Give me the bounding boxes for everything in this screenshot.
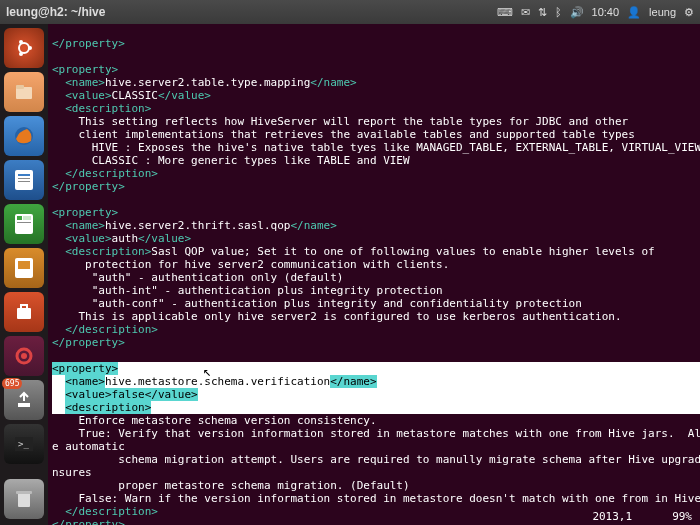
xml-text-selected: hive.metastore.schema.verification — [105, 375, 330, 388]
svg-rect-12 — [17, 216, 22, 220]
svg-rect-5 — [16, 85, 24, 89]
terminal-content[interactable]: </property> <property> <name>hive.server… — [48, 24, 700, 525]
xml-tag: </property> — [52, 336, 125, 349]
xml-text: e automatic — [52, 440, 125, 453]
unity-launcher: >_ — [0, 24, 48, 525]
xml-tag: </name> — [290, 219, 336, 232]
xml-tag: </property> — [52, 180, 125, 193]
impress-icon[interactable] — [4, 248, 44, 288]
xml-text: auth — [112, 232, 139, 245]
keyboard-icon[interactable]: ⌨ — [497, 6, 513, 19]
xml-tag: <name> — [65, 76, 105, 89]
xml-text: CLASSIC : More generic types like TABLE … — [52, 154, 410, 167]
svg-rect-13 — [23, 216, 31, 220]
bluetooth-icon[interactable]: ᛒ — [555, 6, 562, 18]
xml-text: "auth-conf" - authentication plus integr… — [52, 297, 582, 310]
xml-text: CLASSIC — [112, 89, 158, 102]
update-manager-icon[interactable] — [4, 380, 44, 420]
svg-rect-17 — [17, 308, 31, 319]
svg-rect-23 — [18, 493, 30, 507]
mail-icon[interactable]: ✉ — [521, 6, 530, 19]
writer-icon[interactable] — [4, 160, 44, 200]
xml-tag-selected: <name> — [65, 375, 105, 388]
xml-tag: <description> — [65, 245, 151, 258]
indicator-area: ⌨ ✉ ⇅ ᛒ 🔊 10:40 👤 leung ⚙ — [497, 6, 694, 19]
xml-tag: <property> — [52, 206, 118, 219]
volume-icon[interactable]: 🔊 — [570, 6, 584, 19]
xml-text: hive.server2.table.type.mapping — [105, 76, 310, 89]
svg-point-2 — [19, 40, 23, 44]
xml-text: nsures — [52, 466, 92, 479]
calc-icon[interactable] — [4, 204, 44, 244]
vim-status-line: 2013,1 99% — [48, 510, 700, 523]
xml-text: This is applicable only hive server2 is … — [52, 310, 622, 323]
xml-tag-selected: <property> — [52, 362, 118, 375]
scroll-percent: 99% — [672, 510, 692, 523]
svg-rect-24 — [16, 491, 32, 494]
xml-text: Enforce metastore schema version consist… — [52, 414, 377, 427]
network-icon[interactable]: ⇅ — [538, 6, 547, 19]
xml-tag-selected: </name> — [330, 375, 376, 388]
xml-tag: </value> — [138, 232, 191, 245]
svg-rect-8 — [18, 174, 30, 176]
xml-text: "auth-int" - authentication plus integri… — [52, 284, 443, 297]
xml-tag: <property> — [52, 63, 118, 76]
gear-icon[interactable]: ⚙ — [684, 6, 694, 19]
dash-icon[interactable] — [4, 28, 44, 68]
xml-tag: <value> — [65, 89, 111, 102]
clock[interactable]: 10:40 — [592, 6, 620, 18]
svg-point-0 — [19, 43, 29, 53]
cursor-position: 2013,1 — [56, 510, 632, 523]
settings-icon[interactable] — [4, 336, 44, 376]
xml-text: True: Verify that version information st… — [52, 427, 700, 440]
xml-tag-selected: <description> — [65, 401, 151, 414]
xml-tag-selected: <value> — [65, 388, 111, 401]
xml-text: client implementations that retrieves th… — [52, 128, 635, 141]
svg-rect-7 — [15, 170, 33, 190]
xml-text: schema migration attempt. Users are requ… — [52, 453, 700, 466]
firefox-icon[interactable] — [4, 116, 44, 156]
xml-tag: </property> — [52, 37, 125, 50]
xml-text: False: Warn if the version information s… — [52, 492, 700, 505]
window-titlebar: leung@h2: ~/hive ⌨ ✉ ⇅ ᛒ 🔊 10:40 👤 leung… — [0, 0, 700, 24]
svg-rect-16 — [18, 261, 30, 269]
svg-rect-20 — [18, 403, 30, 407]
xml-text: Sasl QOP value; Set it to one of followi… — [151, 245, 654, 258]
xml-tag: </description> — [65, 323, 158, 336]
trash-icon[interactable] — [4, 479, 44, 519]
svg-point-3 — [19, 52, 23, 56]
user-label[interactable]: leung — [649, 6, 676, 18]
xml-text: proper metastore schema migration. (Defa… — [52, 479, 410, 492]
svg-rect-9 — [18, 178, 30, 179]
xml-text: "auth" - authentication only (default) — [52, 271, 343, 284]
window-title: leung@h2: ~/hive — [6, 5, 497, 19]
software-center-icon[interactable] — [4, 292, 44, 332]
xml-tag-selected: </value> — [145, 388, 198, 401]
svg-rect-14 — [17, 222, 31, 223]
xml-text-selected: false — [112, 388, 145, 401]
xml-tag: </name> — [310, 76, 356, 89]
xml-tag: <name> — [65, 219, 105, 232]
xml-text: protection for hive server2 communicatio… — [52, 258, 449, 271]
svg-point-1 — [28, 46, 32, 50]
files-icon[interactable] — [4, 72, 44, 112]
user-icon[interactable]: 👤 — [627, 6, 641, 19]
svg-point-19 — [21, 353, 27, 359]
xml-tag: <value> — [65, 232, 111, 245]
svg-text:>_: >_ — [18, 439, 29, 449]
terminal-icon[interactable]: >_ — [4, 424, 44, 464]
xml-text: hive.server2.thrift.sasl.qop — [105, 219, 290, 232]
xml-text: HIVE : Exposes the hive's native table t… — [52, 141, 700, 154]
svg-rect-10 — [18, 181, 30, 182]
xml-tag: </value> — [158, 89, 211, 102]
xml-tag: <description> — [65, 102, 151, 115]
xml-tag: </description> — [65, 167, 158, 180]
xml-text: This setting reflects how HiveServer wil… — [52, 115, 628, 128]
